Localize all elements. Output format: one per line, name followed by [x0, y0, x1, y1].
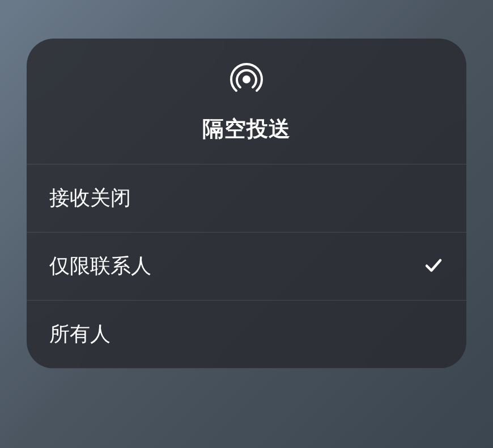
option-label: 所有人	[49, 320, 110, 348]
svg-point-0	[243, 75, 250, 83]
panel-title: 隔空投送	[202, 115, 291, 143]
option-contacts-only[interactable]: 仅限联系人	[27, 233, 466, 301]
option-list: 接收关闭 仅限联系人 所有人	[27, 164, 466, 369]
airdrop-icon	[228, 61, 265, 100]
option-everyone[interactable]: 所有人	[27, 301, 466, 369]
checkmark-icon	[423, 255, 444, 278]
option-label: 接收关闭	[49, 184, 131, 212]
option-label: 仅限联系人	[49, 252, 151, 280]
panel-header: 隔空投送	[27, 39, 466, 164]
airdrop-panel: 隔空投送 接收关闭 仅限联系人 所有人	[27, 39, 466, 369]
option-receiving-off[interactable]: 接收关闭	[27, 164, 466, 233]
